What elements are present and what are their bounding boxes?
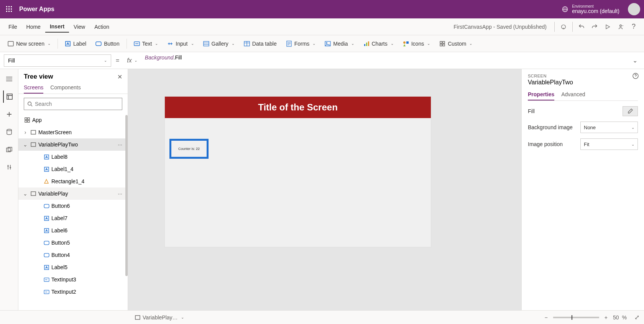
user-avatar[interactable] (628, 3, 640, 15)
insert-datatable-button[interactable]: Data table (240, 39, 281, 48)
insert-button-button[interactable]: Button (92, 39, 123, 48)
tree-node[interactable]: Label6 (18, 224, 128, 237)
play-icon[interactable] (601, 20, 614, 33)
zoom-out-button[interactable]: − (542, 314, 550, 321)
redo-icon[interactable] (588, 20, 601, 33)
custom-icon (439, 41, 445, 47)
svg-point-37 (28, 102, 31, 105)
zoom-in-button[interactable]: + (602, 314, 610, 321)
app-checker-icon[interactable] (557, 20, 570, 33)
tree-view-panel: Tree view ✕ Screens Components App ›Mast… (18, 69, 128, 310)
tree-node[interactable]: Label7 (18, 212, 128, 224)
screen-title-bar[interactable]: Title of the Screen (165, 97, 431, 118)
insert-gallery-dropdown[interactable]: Gallery ⌄ (199, 39, 238, 48)
environment-picker[interactable]: Environment enayu.com (default) (561, 4, 619, 14)
media-rail-icon[interactable] (3, 143, 15, 156)
selected-label-control[interactable]: Counter is: 22 (169, 139, 209, 159)
new-screen-button[interactable]: New screen ⌄ (4, 39, 54, 48)
close-icon[interactable]: ✕ (117, 73, 122, 81)
menu-item-file[interactable]: File (4, 21, 22, 32)
property-selector[interactable]: Fill ⌄ (4, 54, 111, 67)
svg-rect-31 (440, 44, 442, 46)
canvas-screen[interactable]: Title of the Screen Counter is: 22 (165, 97, 431, 247)
tree-node-label: TextInput2 (51, 289, 125, 295)
insert-media-dropdown[interactable]: Media ⌄ (321, 39, 358, 48)
imagepos-select[interactable]: Fit ⌄ (580, 138, 638, 150)
menu-item-insert[interactable]: Insert (45, 21, 69, 33)
chevron-down-icon: ⌄ (631, 142, 634, 146)
tree-node[interactable]: Rectangle1_4 (18, 175, 128, 187)
tree-search[interactable] (24, 98, 122, 110)
tree-scrollbar[interactable] (125, 115, 128, 276)
fill-color-picker[interactable] (623, 106, 638, 116)
tree-node-app[interactable]: App (18, 114, 128, 126)
tree-node[interactable]: Label5 (18, 261, 128, 273)
svg-rect-23 (364, 44, 365, 46)
insert-label-button[interactable]: Label (61, 39, 90, 48)
tree-node[interactable]: ⌄VariablePlayTwo··· (18, 138, 128, 151)
tree-node[interactable]: TextInput2 (18, 286, 128, 298)
screen-title-text: Title of the Screen (258, 102, 338, 113)
tree-list: App ›MasterScreen⌄VariablePlayTwo···Labe… (18, 114, 128, 310)
hamburger-icon[interactable] (3, 73, 15, 85)
insert-charts-dropdown[interactable]: Charts ⌄ (360, 39, 398, 48)
app-name: Power Apps (19, 6, 54, 13)
tree-node[interactable]: Button6 (18, 200, 128, 212)
tree-node[interactable]: Button4 (18, 249, 128, 261)
more-icon[interactable]: ··· (115, 191, 125, 197)
svg-marker-12 (606, 25, 610, 29)
chevron-down-icon: ⌄ (48, 41, 51, 46)
tree-node[interactable]: Label1_4 (18, 163, 128, 175)
formula-input[interactable]: Background.Fill (143, 54, 627, 67)
tree-node[interactable]: TextInput3 (18, 273, 128, 286)
canvas-area[interactable]: Title of the Screen Counter is: 22 (128, 69, 521, 310)
tab-components[interactable]: Components (50, 82, 80, 94)
tools-rail-icon[interactable] (3, 161, 15, 173)
tree-node[interactable]: Label8 (18, 151, 128, 163)
breadcrumb-selector[interactable]: VariablePlay… ⌄ (5, 314, 184, 321)
tab-properties[interactable]: Properties (528, 89, 554, 100)
app-launcher-icon[interactable] (2, 2, 16, 16)
svg-rect-29 (440, 41, 442, 43)
tree-node[interactable]: ⌄VariablePlay··· (18, 187, 128, 200)
tab-screens[interactable]: Screens (24, 82, 43, 94)
tree-node-label: Button6 (51, 203, 125, 209)
svg-rect-30 (443, 41, 445, 43)
chevron-down-icon: ⌄ (104, 58, 107, 62)
share-icon[interactable] (614, 20, 627, 33)
tree-node[interactable]: Button5 (18, 237, 128, 249)
insert-forms-dropdown[interactable]: Forms ⌄ (282, 39, 320, 48)
tree-search-input[interactable] (35, 101, 119, 107)
insert-rail-icon[interactable] (3, 108, 15, 120)
formula-expand-button[interactable]: ⌄ (629, 57, 640, 64)
svg-rect-1 (8, 6, 10, 7)
tree-view-icon[interactable] (3, 90, 15, 103)
bgimage-select[interactable]: None ⌄ (580, 122, 638, 133)
insert-icons-dropdown[interactable]: Icons ⌄ (399, 39, 434, 48)
zoom-slider[interactable] (553, 317, 599, 318)
chart-icon (363, 41, 370, 47)
expand-toggle[interactable]: › (22, 129, 28, 135)
more-icon[interactable]: ··· (115, 141, 125, 148)
menu-item-action[interactable]: Action (90, 21, 114, 32)
undo-icon[interactable] (575, 20, 588, 33)
tree-node[interactable]: ›MasterScreen (18, 126, 128, 138)
tab-advanced[interactable]: Advanced (561, 89, 585, 100)
formula-bar: Fill ⌄ = fx⌄ Background.Fill ⌄ (0, 52, 644, 69)
label-icon (43, 153, 50, 160)
fx-button[interactable]: fx⌄ (124, 57, 140, 64)
svg-rect-43 (31, 143, 36, 146)
insert-input-dropdown[interactable]: Input ⌄ (163, 39, 197, 48)
expand-toggle[interactable]: ⌄ (22, 141, 28, 148)
help-icon[interactable]: ? (627, 20, 640, 33)
pane-help-icon[interactable] (632, 73, 639, 79)
data-rail-icon[interactable] (3, 126, 15, 138)
svg-point-26 (403, 41, 406, 44)
menu-item-view[interactable]: View (69, 21, 90, 32)
insert-custom-dropdown[interactable]: Custom ⌄ (435, 39, 476, 48)
insert-text-dropdown[interactable]: Text ⌄ (130, 39, 162, 48)
menu-item-home[interactable]: Home (22, 21, 45, 32)
fit-to-window-button[interactable]: ⤢ (634, 314, 639, 321)
expand-toggle[interactable]: ⌄ (22, 191, 28, 197)
property-selector-value: Fill (8, 58, 15, 64)
